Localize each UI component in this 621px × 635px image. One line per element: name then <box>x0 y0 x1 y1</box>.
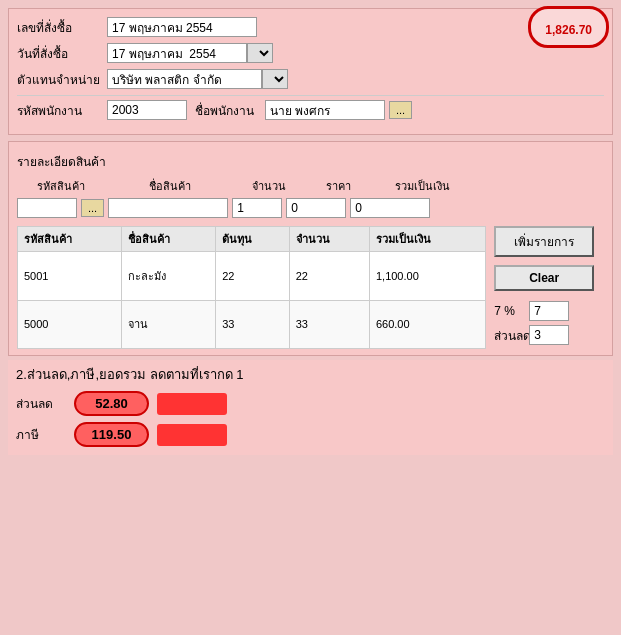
cell-cost: 22 <box>216 252 289 301</box>
tax-summary-value: 119.50 <box>74 422 149 447</box>
col-header-price: ราคา <box>303 177 373 195</box>
product-price-input[interactable] <box>286 198 346 218</box>
table-header-cost: ต้นทุน <box>216 227 289 252</box>
table-header-name: ชื่อสินค้า <box>122 227 216 252</box>
order-number-label: เลขที่สั่งซื้อ <box>17 18 107 37</box>
emp-name-label: ชื่อพนักงาน <box>195 101 265 120</box>
order-date-select[interactable] <box>247 43 273 63</box>
discount-label: ส่วนลด <box>494 326 529 345</box>
emp-id-input[interactable] <box>107 100 187 120</box>
cell-code: 5000 <box>18 300 122 349</box>
cell-total: 660.00 <box>369 300 485 349</box>
cell-name: กะละมัง <box>122 252 216 301</box>
agent-row: ตัวแทนจำหน่าย <box>17 69 604 89</box>
col-header-total: รวมเป็นเงิน <box>377 177 467 195</box>
order-date-row: วันที่สั่งซื้อ <box>17 43 604 63</box>
emp-id-label: รหัสพนักงาน <box>17 101 107 120</box>
vat-label: 7 % <box>494 304 529 318</box>
product-code-input[interactable] <box>17 198 77 218</box>
product-table: รหัสสินค้า ชื่อสินค้า ต้นทุน จำนวน รวมเป… <box>17 226 486 349</box>
tax-summary-label: ภาษี <box>16 425 66 444</box>
order-number-row: เลขที่สั่งซื้อ <box>17 17 604 37</box>
cell-cost: 33 <box>216 300 289 349</box>
product-qty-input[interactable] <box>232 198 282 218</box>
product-name-input[interactable] <box>108 198 228 218</box>
order-number-input[interactable] <box>107 17 257 37</box>
table-row: 5001กะละมัง22221,100.00 <box>18 252 486 301</box>
vat-input[interactable] <box>529 301 569 321</box>
agent-input[interactable] <box>107 69 262 89</box>
table-header-total: รวมเป็นเงิน <box>369 227 485 252</box>
cell-total: 1,100.00 <box>369 252 485 301</box>
swanlock-label: ส่วนลด <box>16 394 66 413</box>
product-input-row: ... <box>17 198 604 218</box>
total-price-box: 1,826.70 <box>528 6 609 48</box>
product-section-title: รายละเอียดสินค้า <box>17 152 604 171</box>
cell-code: 5001 <box>18 252 122 301</box>
col-header-qty: จำนวน <box>239 177 299 195</box>
total-price-value: 1,826.70 <box>545 23 592 37</box>
cell-name: จาน <box>122 300 216 349</box>
cell-qty: 22 <box>289 252 369 301</box>
cell-qty: 33 <box>289 300 369 349</box>
add-item-button[interactable]: เพิ่มรายการ <box>494 226 594 257</box>
product-total-input[interactable] <box>350 198 430 218</box>
order-date-label: วันที่สั่งซื้อ <box>17 44 107 63</box>
table-header-qty: จำนวน <box>289 227 369 252</box>
agent-select[interactable] <box>262 69 288 89</box>
table-header-code: รหัสสินค้า <box>18 227 122 252</box>
emp-name-input[interactable] <box>265 100 385 120</box>
vat-row: 7 % <box>494 301 604 321</box>
order-date-input[interactable] <box>107 43 247 63</box>
col-header-name: ชื่อสินค้า <box>105 177 235 195</box>
summary-label: 2.ส่วนลด,ภาษี,ยอดรวม ลดตามที่เรากด 1 <box>16 364 605 385</box>
product-browse-button[interactable]: ... <box>81 199 104 217</box>
col-header-code: รหัสสินค้า <box>21 177 101 195</box>
clear-button[interactable]: Clear <box>494 265 594 291</box>
employee-row: รหัสพนักงาน ชื่อพนักงาน ... <box>17 100 604 120</box>
table-row: 5000จาน3333660.00 <box>18 300 486 349</box>
discount-input[interactable] <box>529 325 569 345</box>
emp-browse-button[interactable]: ... <box>389 101 412 119</box>
agent-label: ตัวแทนจำหน่าย <box>17 70 107 89</box>
discount-row: ส่วนลด <box>494 325 604 345</box>
swanlock-value: 52.80 <box>74 391 149 416</box>
